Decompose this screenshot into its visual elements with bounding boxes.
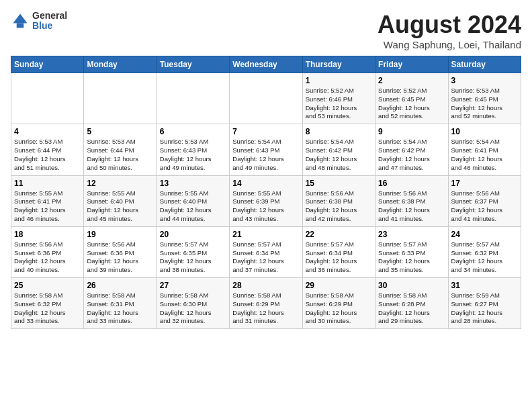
day-number: 21 [232, 230, 299, 239]
day-info: Sunrise: 5:57 AM Sunset: 6:34 PM Dayligh… [232, 240, 299, 275]
calendar-cell: 24Sunrise: 5:57 AM Sunset: 6:32 PM Dayli… [448, 226, 521, 277]
day-number: 8 [306, 127, 372, 136]
day-info: Sunrise: 5:58 AM Sunset: 6:28 PM Dayligh… [378, 291, 445, 326]
day-info: Sunrise: 5:58 AM Sunset: 6:29 PM Dayligh… [306, 291, 372, 326]
calendar-cell: 6Sunrise: 5:53 AM Sunset: 6:43 PM Daylig… [157, 124, 229, 175]
day-info: Sunrise: 5:53 AM Sunset: 6:44 PM Dayligh… [14, 138, 81, 172]
calendar-cell: 4Sunrise: 5:53 AM Sunset: 6:44 PM Daylig… [11, 124, 84, 175]
day-number: 22 [306, 230, 372, 239]
day-info: Sunrise: 5:56 AM Sunset: 6:38 PM Dayligh… [306, 189, 372, 224]
calendar-cell: 12Sunrise: 5:55 AM Sunset: 6:40 PM Dayli… [84, 175, 157, 226]
weekday-row: SundayMondayTuesdayWednesdayThursdayFrid… [11, 56, 521, 73]
calendar-cell: 3Sunrise: 5:53 AM Sunset: 6:45 PM Daylig… [448, 73, 521, 124]
day-number: 1 [306, 76, 372, 85]
day-info: Sunrise: 5:59 AM Sunset: 6:27 PM Dayligh… [451, 291, 518, 326]
calendar-header: SundayMondayTuesdayWednesdayThursdayFrid… [11, 56, 521, 73]
day-number: 20 [160, 230, 226, 239]
calendar-cell [157, 73, 229, 124]
day-info: Sunrise: 5:56 AM Sunset: 6:37 PM Dayligh… [451, 189, 518, 224]
week-row-1: 1Sunrise: 5:52 AM Sunset: 6:46 PM Daylig… [11, 73, 521, 124]
calendar-cell: 26Sunrise: 5:58 AM Sunset: 6:31 PM Dayli… [84, 278, 157, 329]
calendar-cell: 1Sunrise: 5:52 AM Sunset: 6:46 PM Daylig… [302, 73, 375, 124]
calendar-cell: 20Sunrise: 5:57 AM Sunset: 6:35 PM Dayli… [157, 226, 229, 277]
day-info: Sunrise: 5:57 AM Sunset: 6:35 PM Dayligh… [160, 240, 226, 275]
logo: General Blue [11, 11, 67, 32]
day-info: Sunrise: 5:55 AM Sunset: 6:41 PM Dayligh… [14, 189, 81, 224]
weekday-header-saturday: Saturday [448, 56, 521, 73]
calendar-cell: 15Sunrise: 5:56 AM Sunset: 6:38 PM Dayli… [302, 175, 375, 226]
day-number: 5 [87, 127, 153, 136]
calendar-cell [84, 73, 157, 124]
day-info: Sunrise: 5:54 AM Sunset: 6:42 PM Dayligh… [306, 138, 372, 172]
week-row-3: 11Sunrise: 5:55 AM Sunset: 6:41 PM Dayli… [11, 175, 521, 226]
calendar-cell: 10Sunrise: 5:54 AM Sunset: 6:41 PM Dayli… [448, 124, 521, 175]
day-number: 29 [306, 281, 372, 290]
weekday-header-wednesday: Wednesday [230, 56, 302, 73]
day-number: 30 [378, 281, 445, 290]
day-info: Sunrise: 5:52 AM Sunset: 6:46 PM Dayligh… [306, 87, 372, 121]
calendar-cell: 14Sunrise: 5:55 AM Sunset: 6:39 PM Dayli… [230, 175, 302, 226]
day-number: 25 [14, 281, 81, 290]
calendar-cell: 25Sunrise: 5:58 AM Sunset: 6:32 PM Dayli… [11, 278, 84, 329]
calendar-table: SundayMondayTuesdayWednesdayThursdayFrid… [11, 56, 521, 329]
day-number: 2 [378, 76, 445, 85]
weekday-header-monday: Monday [84, 56, 157, 73]
calendar-cell: 19Sunrise: 5:56 AM Sunset: 6:36 PM Dayli… [84, 226, 157, 277]
day-number: 3 [451, 76, 518, 85]
day-number: 23 [378, 230, 445, 239]
calendar-cell: 22Sunrise: 5:57 AM Sunset: 6:34 PM Dayli… [302, 226, 375, 277]
day-info: Sunrise: 5:57 AM Sunset: 6:34 PM Dayligh… [306, 240, 372, 275]
day-number: 18 [14, 230, 81, 239]
day-number: 19 [87, 230, 153, 239]
day-info: Sunrise: 5:54 AM Sunset: 6:43 PM Dayligh… [232, 138, 299, 172]
day-info: Sunrise: 5:53 AM Sunset: 6:43 PM Dayligh… [160, 138, 226, 172]
day-number: 10 [451, 127, 518, 136]
day-number: 17 [451, 179, 518, 188]
day-info: Sunrise: 5:55 AM Sunset: 6:40 PM Dayligh… [160, 189, 226, 224]
day-info: Sunrise: 5:53 AM Sunset: 6:44 PM Dayligh… [87, 138, 153, 172]
calendar-cell: 11Sunrise: 5:55 AM Sunset: 6:41 PM Dayli… [11, 175, 84, 226]
day-number: 14 [232, 179, 299, 188]
calendar-cell: 5Sunrise: 5:53 AM Sunset: 6:44 PM Daylig… [84, 124, 157, 175]
calendar-cell [230, 73, 302, 124]
day-number: 11 [14, 179, 81, 188]
day-number: 16 [378, 179, 445, 188]
day-number: 12 [87, 179, 153, 188]
day-info: Sunrise: 5:58 AM Sunset: 6:30 PM Dayligh… [160, 291, 226, 326]
calendar-cell [11, 73, 84, 124]
day-info: Sunrise: 5:54 AM Sunset: 6:41 PM Dayligh… [451, 138, 518, 172]
day-info: Sunrise: 5:57 AM Sunset: 6:32 PM Dayligh… [451, 240, 518, 275]
calendar-cell: 13Sunrise: 5:55 AM Sunset: 6:40 PM Dayli… [157, 175, 229, 226]
logo-line1: General [32, 11, 67, 21]
day-info: Sunrise: 5:58 AM Sunset: 6:31 PM Dayligh… [87, 291, 153, 326]
calendar-cell: 23Sunrise: 5:57 AM Sunset: 6:33 PM Dayli… [375, 226, 448, 277]
calendar-cell: 21Sunrise: 5:57 AM Sunset: 6:34 PM Dayli… [230, 226, 302, 277]
day-info: Sunrise: 5:56 AM Sunset: 6:38 PM Dayligh… [378, 189, 445, 224]
calendar-subtitle: Wang Saphung, Loei, Thailand [378, 39, 521, 50]
day-number: 4 [14, 127, 81, 136]
page-header: General Blue August 2024 Wang Saphung, L… [11, 11, 521, 50]
calendar-cell: 30Sunrise: 5:58 AM Sunset: 6:28 PM Dayli… [375, 278, 448, 329]
calendar-body: 1Sunrise: 5:52 AM Sunset: 6:46 PM Daylig… [11, 73, 521, 329]
calendar-cell: 8Sunrise: 5:54 AM Sunset: 6:42 PM Daylig… [302, 124, 375, 175]
calendar-cell: 7Sunrise: 5:54 AM Sunset: 6:43 PM Daylig… [230, 124, 302, 175]
svg-rect-2 [17, 24, 24, 28]
day-info: Sunrise: 5:55 AM Sunset: 6:40 PM Dayligh… [87, 189, 153, 224]
title-block: August 2024 Wang Saphung, Loei, Thailand [378, 11, 521, 50]
logo-line2: Blue [32, 21, 67, 31]
day-number: 15 [306, 179, 372, 188]
week-row-4: 18Sunrise: 5:56 AM Sunset: 6:36 PM Dayli… [11, 226, 521, 277]
calendar-cell: 28Sunrise: 5:58 AM Sunset: 6:29 PM Dayli… [230, 278, 302, 329]
calendar-cell: 9Sunrise: 5:54 AM Sunset: 6:42 PM Daylig… [375, 124, 448, 175]
week-row-2: 4Sunrise: 5:53 AM Sunset: 6:44 PM Daylig… [11, 124, 521, 175]
day-info: Sunrise: 5:58 AM Sunset: 6:29 PM Dayligh… [232, 291, 299, 326]
day-info: Sunrise: 5:56 AM Sunset: 6:36 PM Dayligh… [87, 240, 153, 275]
weekday-header-sunday: Sunday [11, 56, 84, 73]
day-number: 24 [451, 230, 518, 239]
day-info: Sunrise: 5:58 AM Sunset: 6:32 PM Dayligh… [14, 291, 81, 326]
calendar-cell: 27Sunrise: 5:58 AM Sunset: 6:30 PM Dayli… [157, 278, 229, 329]
day-number: 26 [87, 281, 153, 290]
calendar-cell: 16Sunrise: 5:56 AM Sunset: 6:38 PM Dayli… [375, 175, 448, 226]
day-number: 27 [160, 281, 226, 290]
day-info: Sunrise: 5:53 AM Sunset: 6:45 PM Dayligh… [451, 87, 518, 121]
